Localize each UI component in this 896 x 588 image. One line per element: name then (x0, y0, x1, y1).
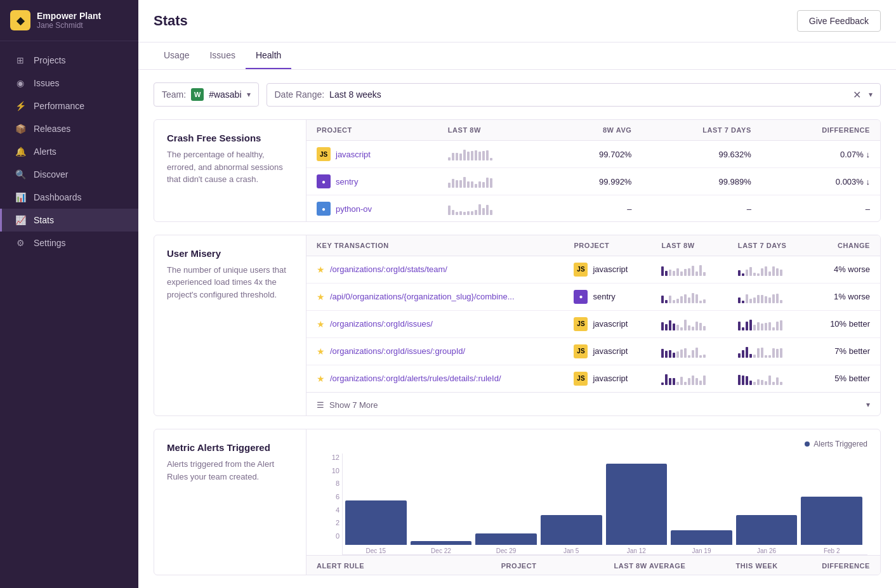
tx-link[interactable]: /api/0/organizations/{organization_slug}… (330, 292, 515, 301)
um-project-cell: JS javascript (563, 310, 651, 337)
change-cell: 10% better (809, 310, 880, 337)
sidebar-item-releases[interactable]: 📦 Releases (0, 117, 138, 140)
bar-label: Feb 2 (824, 547, 840, 554)
clear-date-button[interactable]: ✕ (850, 89, 864, 101)
crash-free-right: PROJECT LAST 8W 8W AVG LAST 7 DAYS DIFFE… (306, 120, 880, 222)
user-misery-right: KEY TRANSACTION PROJECT LAST 8W LAST 7 D… (306, 235, 880, 416)
bar-label: Dec 29 (496, 547, 517, 554)
alert-col-avg: LAST 8W AVERAGE (593, 562, 685, 570)
bar-group: Dec 29 (475, 454, 537, 554)
project-icon: JS (574, 317, 588, 331)
y-label-10: 10 (319, 467, 339, 474)
project-icon: JS (574, 263, 588, 277)
main-content: Stats Give Feedback Usage Issues Health … (138, 0, 896, 588)
sidebar-item-performance[interactable]: ⚡ Performance (0, 95, 138, 117)
um-project-cell: JS javascript (563, 337, 651, 365)
bar (801, 497, 862, 545)
sidebar-label-performance: Performance (34, 101, 84, 111)
bar-group: Dec 22 (411, 454, 472, 554)
team-filter[interactable]: Team: W #wasabi ▾ (154, 82, 259, 107)
sidebar-nav: ⊞ Projects ◉ Issues ⚡ Performance 📦 Rele… (0, 41, 138, 588)
legend-dot (805, 441, 810, 447)
sidebar-item-dashboards[interactable]: 📊 Dashboards (0, 186, 138, 209)
metric-alerts-desc: Alerts triggered from the Alert Rules yo… (167, 458, 293, 483)
alert-table-header: ALERT RULE PROJECT LAST 8W AVERAGE THIS … (306, 555, 880, 575)
diff-cell: 0.003% ↓ (761, 168, 880, 195)
col-um-last8w: LAST 8W (651, 235, 727, 256)
alert-col-week: THIS WEEK (685, 562, 777, 570)
tab-usage[interactable]: Usage (154, 42, 199, 69)
show-more-button[interactable]: ☰ Show 7 More ▾ (306, 392, 880, 416)
sidebar-item-issues[interactable]: ◉ Issues (0, 72, 138, 95)
col-change: CHANGE (809, 235, 880, 256)
tx-link[interactable]: /organizations/:orgId/stats/team/ (330, 265, 447, 274)
table-row: JS javascript 99.702% 99.632% 0.07% ↓ (306, 141, 880, 168)
date-filter[interactable]: Date Range: Last 8 weeks ✕ ▾ (267, 83, 881, 107)
diff-cell: 0.07% ↓ (761, 141, 880, 168)
project-name: javascript (593, 319, 628, 329)
legend-label: Alerts Triggered (814, 440, 867, 448)
tx-name-cell: ★ /api/0/organizations/{organization_slu… (306, 283, 563, 310)
tx-name-cell: ★ /organizations/:orgId/issues/:groupId/ (306, 337, 563, 365)
tx-link[interactable]: /organizations/:orgId/alerts/rules/detai… (330, 374, 501, 383)
tab-health[interactable]: Health (246, 42, 291, 69)
sidebar-item-stats[interactable]: 📈 Stats (0, 209, 138, 232)
col-um-project: PROJECT (563, 235, 651, 256)
bar-group: Jan 12 (606, 454, 668, 554)
last7d-cell: 99.989% (642, 168, 761, 195)
table-row: ★ /organizations/:orgId/alerts/rules/det… (306, 365, 880, 392)
project-link[interactable]: javascript (336, 150, 371, 159)
tab-issues[interactable]: Issues (199, 42, 245, 69)
sidebar-item-alerts[interactable]: 🔔 Alerts (0, 140, 138, 163)
star-icon: ★ (317, 265, 325, 275)
sidebar-item-settings[interactable]: ⚙ Settings (0, 232, 138, 254)
bar (541, 515, 602, 545)
user-misery-inner: User Misery The number of unique users t… (154, 235, 880, 416)
project-link[interactable]: sentry (336, 177, 358, 186)
alert-circle-icon: ◉ (15, 77, 26, 89)
col-8wavg: 8W AVG (550, 120, 642, 141)
col-last7d: LAST 7 DAYS (642, 120, 761, 141)
table-row: ★ /organizations/:orgId/issues/:groupId/… (306, 337, 880, 365)
alert-col-diff: DIFFERENCE (778, 562, 870, 570)
user-misery-desc: The number of unique users that experien… (167, 264, 293, 301)
table-row: ● sentry 99.992% 99.989% 0.003% ↓ (306, 168, 880, 195)
alert-col-rule: ALERT RULE (317, 562, 501, 570)
main-header: Stats Give Feedback (138, 0, 896, 42)
table-row: ● python-ov – – – (306, 195, 880, 222)
chart-legend: Alerts Triggered (319, 440, 867, 448)
project-link[interactable]: python-ov (336, 204, 372, 214)
date-filter-label: Date Range: (275, 89, 325, 100)
bar (475, 533, 537, 545)
sidebar-item-projects[interactable]: ⊞ Projects (0, 49, 138, 72)
discover-icon: 🔍 (15, 169, 26, 180)
show-more-left: ☰ Show 7 More (317, 400, 378, 410)
col-last8w: LAST 8W (438, 120, 550, 141)
tx-link[interactable]: /organizations/:orgId/issues/:groupId/ (330, 346, 465, 356)
team-name: #wasabi (209, 89, 241, 100)
bar-group: Jan 19 (671, 454, 732, 554)
tx-link[interactable]: /organizations/:orgId/issues/ (330, 319, 433, 329)
tx-name-cell: ★ /organizations/:orgId/alerts/rules/det… (306, 365, 563, 392)
feedback-button[interactable]: Give Feedback (797, 10, 881, 32)
sidebar-label-discover: Discover (34, 169, 68, 180)
crash-free-card: Crash Free Sessions The percentage of he… (154, 119, 881, 222)
project-icon: ● (317, 174, 331, 188)
project-name: javascript (593, 374, 628, 383)
um-last8w-cell (651, 365, 727, 392)
project-name: javascript (593, 265, 628, 274)
project-name: javascript (593, 346, 628, 356)
chevron-down-icon: ▾ (247, 90, 251, 99)
crash-free-inner: Crash Free Sessions The percentage of he… (154, 120, 880, 222)
last8w-cell (438, 195, 550, 222)
metric-alerts-inner: Metric Alerts Triggered Alerts triggered… (154, 429, 880, 575)
change-cell: 1% worse (809, 283, 880, 310)
sidebar-item-discover[interactable]: 🔍 Discover (0, 163, 138, 186)
tabs-bar: Usage Issues Health (138, 42, 896, 70)
sidebar-label-settings: Settings (34, 238, 66, 248)
table-row: ★ /organizations/:orgId/stats/team/ JS j… (306, 256, 880, 283)
crash-free-title: Crash Free Sessions (167, 133, 293, 143)
table-row: ★ /organizations/:orgId/issues/ JS javas… (306, 310, 880, 337)
user-misery-card: User Misery The number of unique users t… (154, 235, 881, 416)
show-more-chevron: ▾ (866, 400, 870, 409)
